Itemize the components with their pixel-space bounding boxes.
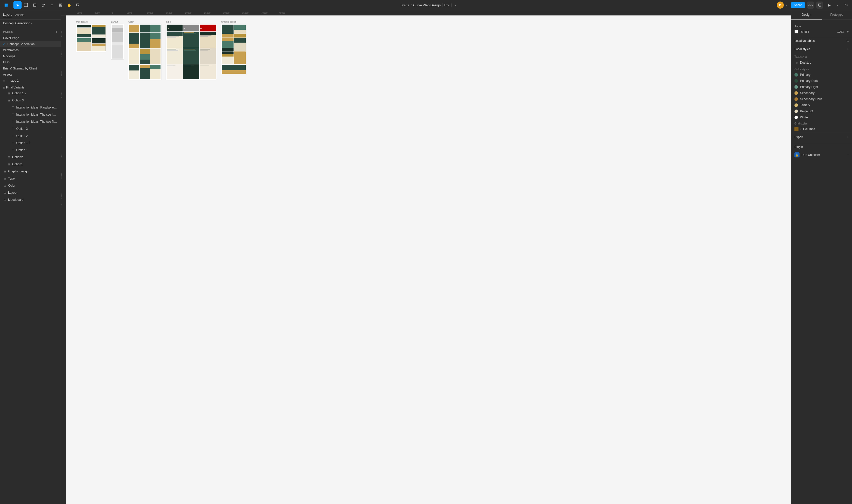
page-label-assets: Assets <box>3 73 12 76</box>
layer-option2a[interactable]: T Option 2 <box>0 132 60 140</box>
layer-moodboard[interactable]: ⊞ Moodboard <box>0 196 60 203</box>
play-dropdown[interactable]: ▾ <box>835 1 839 9</box>
frame-layout[interactable]: Layout <box>111 20 124 59</box>
share-button[interactable]: Share <box>791 2 805 8</box>
add-export-button[interactable]: + <box>847 135 849 140</box>
canvas-content[interactable]: Moodboard <box>66 16 791 504</box>
main-menu-button[interactable] <box>2 1 10 9</box>
hand-tool[interactable]: ✋ <box>65 1 73 9</box>
page-item-mockups[interactable]: Mockups <box>0 53 60 59</box>
color-style-tertiary[interactable]: Tertiary <box>792 102 852 108</box>
layer-label-option12a: Option 1.2 <box>12 91 26 95</box>
layer-option3a[interactable]: ⊞ Option 3 <box>0 97 60 104</box>
page-color-swatch[interactable] <box>794 30 798 34</box>
ruler-v-mark-3: -10000 <box>61 71 62 77</box>
add-style-button[interactable]: + <box>847 47 849 52</box>
final-variants-label[interactable]: Final Variants <box>6 86 24 89</box>
canvas-area[interactable]: -5000 -2500 0 5000 10000 15000 20000 250… <box>61 11 791 504</box>
tab-assets[interactable]: Assets <box>15 13 24 17</box>
frame-box-color[interactable] <box>128 24 161 79</box>
text-style-desktop[interactable]: ▶ Desktop <box>794 60 849 65</box>
layer-option1b[interactable]: ⊞ Option1 <box>0 161 60 168</box>
layer-label-opt12b: Option 1.2 <box>16 141 30 145</box>
page-item-cover[interactable]: Cover Page <box>0 35 60 41</box>
layer-interaction3[interactable]: T Interaction ideas: The two filter DIVs… <box>0 118 60 125</box>
frame-type[interactable]: Type Aa Aa Aa <box>166 20 217 79</box>
layer-interaction2[interactable]: T Interaction ideas: The svg lines in th… <box>0 111 60 118</box>
frame-icon-graphic: ⊞ <box>3 170 6 173</box>
color-style-secondary-dark[interactable]: Secondary Dark <box>792 96 852 102</box>
breadcrumb-drafts[interactable]: Drafts <box>400 3 409 7</box>
ruler-horizontal: -5000 -2500 0 5000 10000 15000 20000 250… <box>61 11 791 16</box>
page-item-concept[interactable]: ✓ Concept Generation <box>0 41 60 47</box>
page-item-image1[interactable]: ▭ image 1 <box>0 77 60 84</box>
page-section: Page F5F5F5 100% 👁 <box>792 23 852 37</box>
layer-option2b[interactable]: ⊞ Option2 <box>0 154 60 161</box>
tab-prototype[interactable]: Prototype <box>822 11 852 19</box>
final-variants-group: ⊞ Final Variants <box>3 86 58 89</box>
local-variables-sort[interactable]: ⇅ <box>846 39 849 43</box>
file-menu-button[interactable]: ▾ <box>453 1 458 9</box>
layer-option12a[interactable]: ⊞ Option 1.2 <box>0 90 60 97</box>
color-style-primary[interactable]: Primary <box>792 72 852 78</box>
user-avatar[interactable]: D <box>777 1 784 8</box>
layer-label-int1: Interaction ideas: Parallax effect on im… <box>16 106 58 109</box>
color-style-white[interactable]: White <box>792 114 852 121</box>
avatar-dropdown[interactable]: ▾ <box>785 1 789 9</box>
svg-rect-2 <box>4 5 6 6</box>
page-label-mockups: Mockups <box>3 54 15 58</box>
frame-box-moodboard[interactable] <box>76 24 107 52</box>
layer-label-opt2a: Option 2 <box>16 134 28 138</box>
left-panel: Layers Assets Concept Generation ▾ Pages… <box>0 11 61 504</box>
page-color-hex[interactable]: F5F5F5 <box>799 30 810 33</box>
tab-layers[interactable]: Layers <box>3 13 12 17</box>
pen-tool[interactable] <box>39 1 48 9</box>
add-page-button[interactable]: + <box>55 30 58 34</box>
tab-design[interactable]: Design <box>792 11 822 19</box>
frame-color[interactable]: Color <box>128 20 161 79</box>
avatar-group: D ▾ <box>777 1 789 9</box>
layer-color[interactable]: ⊞ Color <box>0 182 60 189</box>
color-dot-secondary-dark <box>794 97 798 101</box>
layer-option3b[interactable]: T Option 3 <box>0 125 60 132</box>
frame-tool[interactable] <box>22 1 30 9</box>
frame-box-type[interactable]: Aa Aa Aa <box>166 24 217 79</box>
svg-rect-3 <box>6 5 7 6</box>
plugin-section: Plugin 🔓 Run Unlocker − <box>792 143 852 161</box>
page-item-ui-kit[interactable]: UI Kit <box>0 59 60 66</box>
text-styles-group: ▶ Desktop <box>792 59 852 66</box>
layer-type[interactable]: ⊞ Type <box>0 175 60 182</box>
color-style-secondary[interactable]: Secondary <box>792 90 852 96</box>
color-style-primary-dark[interactable]: Primary Dark <box>792 78 852 84</box>
frame-selector-chevron[interactable]: ▾ <box>31 22 33 25</box>
svg-rect-13 <box>34 4 36 6</box>
component-tool[interactable] <box>57 1 65 9</box>
layer-option1a[interactable]: T Option 1 <box>0 146 60 154</box>
code-view-button[interactable]: </> <box>807 1 814 8</box>
zoom-control[interactable]: 2% <box>841 2 850 8</box>
frame-graphic[interactable]: Graphic design <box>221 20 247 74</box>
color-style-primary-light[interactable]: Primary Light <box>792 84 852 90</box>
page-item-assets[interactable]: Assets <box>0 72 60 77</box>
select-tool[interactable] <box>14 1 21 9</box>
plugin-remove-button[interactable]: − <box>847 152 849 157</box>
layer-interaction1[interactable]: T Interaction ideas: Parallax effect on … <box>0 104 60 111</box>
frame-box-layout[interactable] <box>111 24 124 59</box>
final-variants-header: ⊞ Final Variants <box>0 84 60 90</box>
layer-option12b[interactable]: T Option 1.2 <box>0 140 60 146</box>
frame-label-graphic: Graphic design <box>221 20 247 23</box>
comment-tool[interactable] <box>74 1 82 9</box>
color-style-beige-bg[interactable]: Beige BG <box>792 108 852 114</box>
layer-layout[interactable]: ⊞ Layout <box>0 189 60 196</box>
grid-style-8columns[interactable]: 8 Columns <box>792 126 852 132</box>
page-item-brief[interactable]: Brief & Sitemap by Client <box>0 66 60 72</box>
frame-moodboard[interactable]: Moodboard <box>76 20 107 52</box>
page-visibility-toggle[interactable]: 👁 <box>846 30 849 34</box>
text-tool[interactable]: T <box>48 1 56 9</box>
present-button[interactable] <box>816 1 823 8</box>
frame-box-graphic[interactable] <box>221 24 247 74</box>
shape-tool[interactable] <box>31 1 39 9</box>
page-item-wireframes[interactable]: Wireframes <box>0 47 60 53</box>
play-button[interactable]: ▶ <box>826 1 833 9</box>
layer-graphic[interactable]: ⊞ Graphic design <box>0 168 60 175</box>
